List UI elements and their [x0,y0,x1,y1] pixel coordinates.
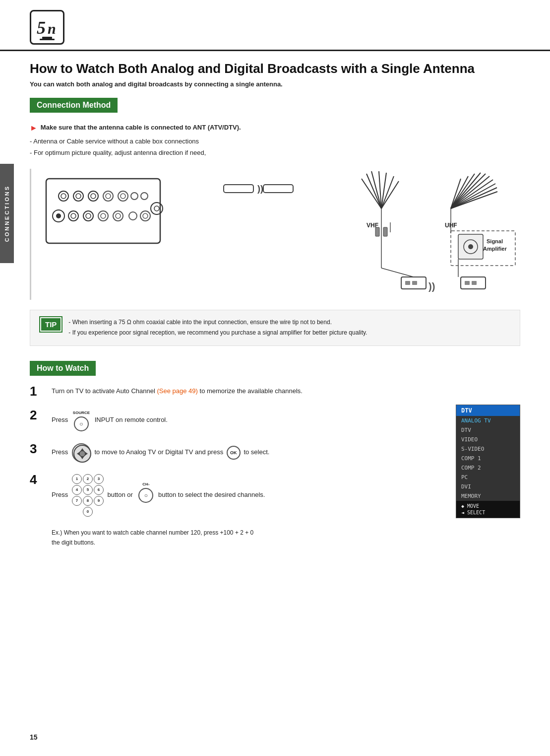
svg-point-5 [59,191,68,201]
page-number: 15 [30,733,38,741]
step-3-text-before: Press [52,448,68,456]
svg-point-23 [98,211,108,221]
svg-point-7 [73,191,83,201]
steps-container: 1 Turn on TV to activate Auto Channel (S… [30,385,520,548]
source-button-circle: ○ [74,416,89,431]
tip-label: TIP [40,317,61,332]
tip-line2: - If you experience poor signal receptio… [68,328,367,339]
step-3: 3 Press to move to Ana [30,442,520,462]
dtv-menu-footer: ◆ MOVE ◄ SELECT [456,501,520,518]
example-text: Ex.) When you want to watch cable channe… [52,528,520,548]
step-1-highlight: (See page 49) [157,387,197,395]
svg-text:Signal: Signal [487,238,503,244]
svg-text:5: 5 [37,18,46,38]
source-button: SOURCE ○ [73,410,90,431]
svg-point-16 [141,193,148,200]
logo-box: 5 n [30,10,64,45]
dtv-menu: DTV ANALOG TV DTV VIDEO S-VIDEO COMP 1 C… [456,405,520,518]
how-to-watch-header: How to Watch [30,361,96,376]
svg-rect-66 [472,281,477,285]
svg-point-14 [121,194,125,199]
tip-box: TIP - When inserting a 75 Ω ohm coaxial … [30,310,520,346]
page-title: How to Watch Both Analog and Digital Bro… [30,61,520,76]
step-2-number: 2 [30,409,44,421]
svg-point-76 [79,451,85,457]
connection-line-svg: )) [214,169,313,208]
dtv-menu-item-video: VIDEO [456,435,520,444]
nav-button [72,443,91,462]
step-4-text-after: button to select the desired channels. [158,491,265,498]
svg-rect-33 [263,185,293,193]
step-4-content: Press 1 2 3 4 5 6 7 8 9 0 [52,473,520,517]
connection-method-header: Connection Method [30,98,118,113]
svg-point-25 [113,211,123,221]
dtv-menu-item-svideo: S-VIDEO [456,444,520,454]
antenna-svg: VHF UHF [352,169,520,298]
svg-point-58 [468,244,473,249]
instruction-1: ► Make sure that the antenna cable is co… [30,122,520,136]
svg-point-21 [83,211,93,221]
tip-text: - When inserting a 75 Ω ohm coaxial cabl… [68,317,367,339]
dtv-menu-item-memory: MEMORY [456,491,520,501]
step-2-text-after: INPUT on remote control. [95,416,168,423]
dtv-menu-select: ◄ SELECT [461,510,515,515]
step-1-text: Turn on TV to activate Auto Channel [52,387,155,395]
svg-point-15 [131,193,138,200]
svg-point-28 [140,211,150,221]
side-tab-label: CONNECTIONS [4,185,10,242]
ok-button: OK [227,446,241,460]
step-1: 1 Turn on TV to activate Auto Channel (S… [30,385,520,398]
svg-point-13 [118,191,128,201]
svg-point-29 [143,213,148,218]
step-3-content: Press to move to Analog TV or Digital TV [52,442,520,462]
instruction-1-text: Make sure that the antenna cable is conn… [41,122,241,133]
main-content: How to Watch Both Analog and Digital Bro… [0,51,550,567]
step-1-number: 1 [30,385,44,398]
svg-rect-3 [40,39,55,40]
ch-button-container: CH- ○ [138,488,153,503]
step-3-number: 3 [30,442,44,455]
step-2-content: Press SOURCE ○ INPUT on remote control. [52,409,520,431]
step-1-content: Turn on TV to activate Auto Channel (See… [52,385,520,397]
svg-rect-72 [375,227,379,236]
svg-point-9 [88,191,98,201]
svg-rect-73 [383,227,387,236]
dtv-menu-item-comp1: COMP 1 [456,454,520,463]
step-2-text-before: Press [52,416,68,423]
svg-text:)): )) [428,281,435,292]
tv-back-panel-svg [41,169,175,253]
svg-point-6 [61,194,66,199]
svg-rect-63 [412,281,417,285]
svg-point-24 [101,213,106,218]
step-4: 4 Press 1 2 3 4 5 6 7 8 9 [30,473,520,517]
dtv-menu-item-dtv: DTV [456,425,520,435]
page-subtitle: You can watch both analog and digital br… [30,80,520,88]
svg-text:)): )) [257,184,263,194]
instruction-2: - Antenna or Cable service without a cab… [30,136,520,147]
ch-label: CH- [142,481,149,488]
step-2: 2 Press SOURCE ○ INPUT on remote control… [30,409,520,431]
step-4-number: 4 [30,473,44,486]
step-4-text-middle: button or [107,491,132,498]
svg-point-12 [106,194,111,199]
dtv-menu-item-analog: ANALOG TV [456,416,520,425]
ch-button-circle: ○ [138,488,153,503]
svg-point-20 [71,213,76,218]
svg-point-18 [56,213,61,218]
example-line2: the digit buttons. [52,538,520,548]
svg-point-8 [76,194,81,199]
svg-point-30 [151,203,163,214]
diagram-container: )) VHF [30,169,520,300]
svg-rect-2 [42,37,52,39]
connection-arrows: )) [190,169,337,218]
numpad: 1 2 3 4 5 6 7 8 9 0 [72,474,104,517]
side-tab: CONNECTIONS [0,164,14,263]
svg-point-26 [116,213,121,218]
logo-area: 5 n [0,0,550,50]
svg-line-50 [451,180,493,208]
svg-rect-62 [405,281,410,285]
arrow-bullet: ► [30,121,38,136]
antenna-diagram: VHF UHF [352,169,520,300]
dtv-menu-header: DTV [456,405,520,416]
svg-point-22 [86,213,91,218]
